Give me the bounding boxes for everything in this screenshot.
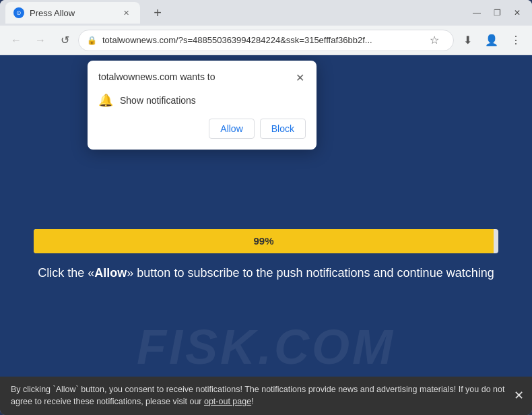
notification-label: Show notifications [120, 95, 196, 106]
bottom-bar-close-button[interactable]: ✕ [514, 388, 524, 403]
bottom-bar: By clicking `Allow` button, you consent … [0, 377, 532, 416]
content-area: FISK.COM 99% Click the «Allow» button to… [0, 55, 532, 415]
block-button[interactable]: Block [260, 119, 306, 139]
tab-title: Press Allow [30, 8, 114, 18]
bottom-bar-text-end: ! [251, 397, 253, 406]
menu-button[interactable]: ⋮ [505, 30, 527, 51]
tab-favicon: ⊙ [13, 7, 24, 18]
bell-icon: 🔔 [98, 93, 113, 108]
refresh-button[interactable]: ↺ [54, 30, 75, 51]
window-controls: — ❐ ✕ [467, 3, 527, 22]
bottom-bar-text: By clicking `Allow` button, you consent … [11, 385, 504, 407]
forward-button[interactable]: → [30, 30, 51, 51]
popup-close-button[interactable]: ✕ [294, 71, 306, 85]
lock-icon: 🔒 [87, 36, 97, 45]
popup-title: totalwownews.com wants to [98, 71, 215, 82]
allow-button[interactable]: Allow [209, 119, 254, 139]
instruction-text: Click the «Allow» button to subscribe to… [38, 264, 494, 282]
progress-bar-container: 99% [34, 229, 498, 253]
popup-header: totalwownews.com wants to ✕ [98, 71, 306, 85]
popup-actions: Allow Block [98, 119, 306, 139]
close-window-button[interactable]: ✕ [508, 3, 527, 22]
notification-popup: totalwownews.com wants to ✕ 🔔 Show notif… [88, 61, 317, 150]
address-text: totalwownews.com/?s=488550363994284224&s… [102, 35, 418, 45]
allow-highlight: Allow [94, 266, 127, 280]
title-bar: ⊙ Press Allow ✕ + — ❐ ✕ [0, 0, 532, 26]
maximize-button[interactable]: ❐ [488, 3, 506, 22]
browser-window: ⊙ Press Allow ✕ + — ❐ ✕ ← → ↺ 🔒 totalwow… [0, 0, 532, 415]
minimize-button[interactable]: — [467, 3, 486, 22]
address-bar[interactable]: 🔒 totalwownews.com/?s=488550363994284224… [78, 30, 454, 51]
progress-percent: 99% [254, 235, 274, 247]
opt-out-link[interactable]: opt-out page [204, 397, 251, 406]
tab-close-button[interactable]: ✕ [120, 7, 132, 19]
new-tab-button[interactable]: + [148, 3, 167, 22]
bookmark-button[interactable]: ☆ [424, 30, 445, 51]
popup-notification-row: 🔔 Show notifications [98, 93, 306, 108]
download-button[interactable]: ⬇ [457, 30, 478, 51]
back-button[interactable]: ← [5, 30, 27, 51]
profile-button[interactable]: 👤 [481, 30, 502, 51]
toolbar: ← → ↺ 🔒 totalwownews.com/?s=488550363994… [0, 26, 532, 55]
progress-bar-fill: 99% [34, 229, 494, 253]
browser-tab[interactable]: ⊙ Press Allow ✕ [5, 2, 140, 24]
